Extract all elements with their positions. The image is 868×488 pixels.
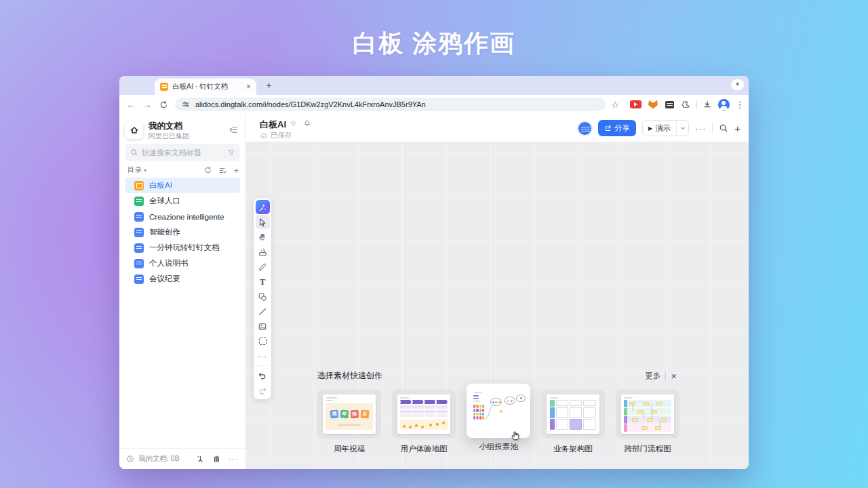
doc-item-label: 个人说明书 <box>149 258 189 268</box>
document-list: 白板AI 全球人口 Creazione intelligente 智能创作 <box>125 178 240 287</box>
template-cards: 周 年 快 乐 周年祝福 <box>317 390 679 458</box>
save-status-text: 已保存 <box>271 131 292 140</box>
present-button-label: 演示 <box>655 123 671 134</box>
toolbar-more-tool[interactable]: ··· <box>256 349 270 363</box>
line-tool[interactable] <box>256 304 270 319</box>
recycle-bin-icon[interactable] <box>212 455 221 464</box>
sticker-material-tool[interactable] <box>256 245 270 259</box>
redo-button[interactable] <box>256 383 270 397</box>
header-search-icon[interactable] <box>719 123 728 133</box>
search-input[interactable] <box>142 148 224 157</box>
import-tool-icon[interactable] <box>196 455 205 464</box>
text-doc-icon <box>134 212 144 222</box>
cloud-saved-icon <box>260 132 268 139</box>
workspace-subtitle: 阿里巴巴集团 <box>149 131 189 141</box>
template-card-architecture[interactable]: 业务架构图 <box>541 390 605 454</box>
share-button-label: 分享 <box>614 123 630 134</box>
mouse-hand-cursor <box>509 430 522 443</box>
sidebar-footer: 我的文档: 0B ··· <box>119 448 245 469</box>
tab-close-icon[interactable]: × <box>246 83 251 91</box>
collaborator-avatar[interactable] <box>578 121 592 136</box>
favorite-star-icon[interactable]: ☆ <box>290 119 297 128</box>
architecture-thumbnail <box>547 394 599 434</box>
doc-item-smart-creation[interactable]: 智能创作 <box>125 224 240 240</box>
card-label: 用户体验地图 <box>392 444 456 454</box>
whiteboard-canvas[interactable]: T ··· <box>246 142 749 469</box>
play-icon: ▶ <box>648 125 652 131</box>
doc-item-personal-manual[interactable]: 个人说明书 <box>125 256 240 271</box>
sheet-doc-icon <box>134 197 144 206</box>
metamask-extension-icon[interactable] <box>647 98 659 110</box>
board-doc-icon <box>134 181 144 190</box>
downloads-icon[interactable] <box>701 98 713 110</box>
select-tool[interactable] <box>256 215 270 229</box>
directory-chevron-icon[interactable]: ▾ <box>144 167 146 174</box>
share-button[interactable]: 分享 <box>598 120 636 136</box>
tab-strip-chevron-icon[interactable]: ▾ <box>731 79 744 90</box>
template-card-voting-pool[interactable]: 小组投票池 <box>467 384 530 452</box>
forward-button[interactable]: → <box>141 98 153 110</box>
directory-label[interactable]: 目录 <box>127 165 142 175</box>
header-add-icon[interactable]: + <box>734 123 741 134</box>
browser-tab-strip: 白板AI · 钉钉文档 × + ▾ <box>119 76 749 95</box>
doc-item-one-minute-guide[interactable]: 一分钟玩转钉钉文档 <box>125 240 240 256</box>
workspace-header: 我的文档 阿里巴巴集团 <box>125 121 240 141</box>
storage-usage-text: 我的文档: 0B <box>138 454 180 464</box>
shape-tool[interactable] <box>256 289 270 304</box>
ai-assistant-tool[interactable] <box>256 200 270 214</box>
present-dropdown-chevron[interactable] <box>676 120 688 136</box>
info-icon[interactable] <box>126 455 134 463</box>
tray-close-icon[interactable]: × <box>671 371 677 381</box>
sidebar: 我的文档 阿里巴巴集团 目录 ▾ <box>119 114 246 469</box>
browser-menu-icon[interactable]: ⋮ <box>734 98 746 110</box>
undo-button[interactable] <box>256 368 270 382</box>
header-more-icon[interactable]: ··· <box>695 123 706 134</box>
document-header: 白板AI ☆ 已保存 分享 <box>246 114 749 142</box>
display-options-icon[interactable] <box>218 166 227 175</box>
text-tool[interactable]: T <box>256 274 270 289</box>
app-content: 我的文档 阿里巴巴集团 目录 ▾ <box>119 114 749 469</box>
add-document-icon[interactable]: + <box>233 166 239 175</box>
template-card-journey-map[interactable]: 用户体验地图 <box>392 390 456 454</box>
doc-item-global-population[interactable]: 全球人口 <box>125 193 240 209</box>
marquee-select-tool[interactable] <box>256 334 270 348</box>
hand-pan-tool[interactable] <box>256 230 270 244</box>
doc-item-creazione[interactable]: Creazione intelligente <box>125 209 240 224</box>
bookmark-star-icon[interactable]: ☆ <box>609 98 621 110</box>
new-tab-button[interactable]: + <box>263 80 275 92</box>
template-card-anniversary[interactable]: 周 年 快 乐 周年祝福 <box>317 390 381 454</box>
back-button[interactable]: ← <box>125 98 137 110</box>
screen: 白板 涂鸦作画 白板AI · 钉钉文档 × + ▾ ← → alidocs.d <box>0 0 868 488</box>
doc-item-label: 白板AI <box>149 180 172 190</box>
extensions-puzzle-icon[interactable] <box>679 98 692 110</box>
youtube-extension-icon[interactable] <box>629 98 642 110</box>
voting-pool-thumbnail <box>470 388 527 433</box>
search-box[interactable] <box>125 144 240 161</box>
doc-item-meeting-minutes[interactable]: 会议纪要 <box>125 271 240 287</box>
refresh-icon[interactable] <box>204 166 212 174</box>
home-icon[interactable] <box>125 121 143 139</box>
profile-avatar[interactable] <box>717 98 730 110</box>
site-settings-icon[interactable] <box>182 100 190 108</box>
pen-tool[interactable] <box>256 260 270 274</box>
footer-more-icon[interactable]: ··· <box>229 454 239 464</box>
tray-more-link[interactable]: 更多 <box>645 371 660 381</box>
main-panel: 白板AI ☆ 已保存 分享 <box>246 114 749 469</box>
save-status-row: 已保存 <box>260 131 292 140</box>
url-bar[interactable]: alidocs.dingtalk.com/i/nodes/G1DKw2zgV2K… <box>175 98 606 111</box>
text-doc-icon <box>134 228 144 237</box>
image-tool[interactable] <box>256 319 270 333</box>
browser-navbar: ← → alidocs.dingtalk.com/i/nodes/G1DKw2z… <box>119 95 749 114</box>
header-divider <box>712 123 713 133</box>
browser-tab[interactable]: 白板AI · 钉钉文档 × <box>155 79 256 95</box>
template-card-flowchart[interactable]: 跨部门流程图 <box>616 390 679 454</box>
present-button[interactable]: ▶ 演示 <box>642 120 689 136</box>
tools-extension-icon[interactable] <box>663 98 675 110</box>
doc-item-whiteboard-ai[interactable]: 白板AI <box>125 178 240 193</box>
anniversary-thumbnail: 周 年 快 乐 <box>323 394 376 434</box>
collapse-sidebar-icon[interactable] <box>229 125 239 135</box>
notification-bell-icon[interactable] <box>303 119 311 127</box>
filter-funnel-icon[interactable] <box>227 148 235 157</box>
reload-button[interactable] <box>157 98 170 110</box>
card-label: 业务架构图 <box>541 444 605 454</box>
